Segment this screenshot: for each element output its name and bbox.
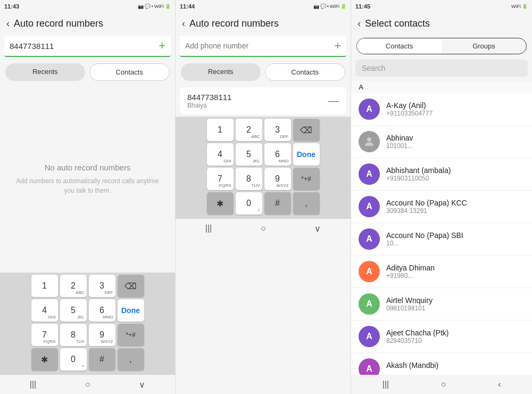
back-button-3[interactable]: ‹ <box>358 18 361 29</box>
key-9[interactable]: 9WXYZ <box>89 324 115 346</box>
key-9-p2[interactable]: 9WXYZ <box>264 168 291 190</box>
key-7[interactable]: 7PQRS <box>31 324 58 346</box>
avatar-6: A <box>359 293 380 315</box>
contact-phone-2: +91903110050 <box>386 175 451 182</box>
nav-back-3[interactable]: ||| <box>383 380 389 389</box>
header-2: ‹ Auto record numbers <box>176 13 351 34</box>
key-row-1-3: 7PQRS 8TUV 9WXYZ *+# <box>1 324 174 346</box>
nav-recent-3[interactable]: ‹ <box>498 380 501 389</box>
status-icons-3: WiFi 🔋 <box>511 4 528 9</box>
nav-recent-1[interactable]: ∨ <box>139 380 145 390</box>
search-bar[interactable]: Search <box>355 60 528 77</box>
key-5-p2[interactable]: 5JKL <box>236 143 262 166</box>
key-8-p2[interactable]: 8TUV <box>236 168 262 190</box>
key-0[interactable]: 0+ <box>60 348 87 371</box>
tab-groups-p3[interactable]: Groups <box>442 38 526 54</box>
svg-point-0 <box>367 137 371 142</box>
panel-2: 11:44 📷 💬 • WiFi 🔋 ‹ Auto record numbers… <box>176 0 351 394</box>
title-2: Auto record numbers <box>189 18 279 29</box>
key-hash[interactable]: # <box>89 348 115 371</box>
phone-input-2[interactable] <box>185 42 334 50</box>
panel-1: 11:43 📷 💬 • WiFi 🔋 ‹ Auto record numbers… <box>0 0 176 394</box>
contact-name-2: Abhishant (ambala) <box>386 166 451 175</box>
contact-info-7: Ajeet Chacha (Ptk) 8284035710 <box>386 329 449 344</box>
contact-row-4[interactable]: A Account No (Papa) SBI 10... <box>351 223 532 256</box>
contact-row-7[interactable]: A Ajeet Chacha (Ptk) 8284035710 <box>351 321 532 353</box>
add-button-1[interactable]: + <box>159 39 165 53</box>
key-1[interactable]: 1 <box>31 275 58 297</box>
key-7-p2[interactable]: 7PQRS <box>207 168 234 190</box>
key-0-p2[interactable]: 0+ <box>236 192 262 215</box>
header-1: ‹ Auto record numbers <box>0 13 175 34</box>
key-4[interactable]: 4GHI <box>31 299 58 322</box>
nav-home-1[interactable]: ○ <box>85 380 90 389</box>
key-row-2-4: ✱ 0+ # , <box>177 192 350 215</box>
time-2: 11:44 <box>180 3 195 10</box>
back-button-1[interactable]: ‹ <box>6 18 10 29</box>
section-a: A <box>351 81 532 93</box>
key-3[interactable]: 3DEF <box>89 275 115 297</box>
key-comma[interactable]: , <box>118 348 144 371</box>
key-3-p2[interactable]: 3DEF <box>264 119 291 141</box>
contact-row-2[interactable]: A Abhishant (ambala) +91903110050 <box>351 158 532 191</box>
key-6[interactable]: 6MNO <box>89 299 115 322</box>
nav-recent-2[interactable]: ∨ <box>314 224 321 234</box>
tab-contacts-1[interactable]: Contacts <box>89 63 170 81</box>
key-backspace[interactable]: ⌫ <box>118 275 144 297</box>
key-2-p2[interactable]: 2ABC <box>236 119 262 141</box>
contact-info-3: Account No (Papa) KCC 309384 13291 <box>386 199 467 215</box>
key-hash-p2[interactable]: # <box>264 192 291 215</box>
add-button-2[interactable]: + <box>334 39 341 53</box>
contact-phone-0: +911033504777 <box>386 110 433 117</box>
avatar-0: A <box>359 98 380 120</box>
contact-row-6[interactable]: A Airtel Wnquiry 09810198101 <box>351 288 532 321</box>
key-4-p2[interactable]: 4GHI <box>207 143 234 166</box>
key-comma-p2[interactable]: , <box>293 192 320 215</box>
nav-home-2[interactable]: ○ <box>261 224 266 233</box>
status-bar-2: 11:44 📷 💬 • WiFi 🔋 <box>176 0 351 13</box>
key-6-p2[interactable]: 6MNO <box>264 143 291 166</box>
contact-row-3[interactable]: A Account No (Papa) KCC 309384 13291 <box>351 191 532 223</box>
contact-entry-info: 8447738111 Bhaiya <box>187 93 231 109</box>
nav-back-1[interactable]: ||| <box>30 380 36 389</box>
key-8[interactable]: 8TUV <box>60 324 87 346</box>
phone-input-1[interactable] <box>10 42 159 51</box>
nav-home-3[interactable]: ○ <box>441 380 446 389</box>
tab-recents-2[interactable]: Recents <box>181 63 261 81</box>
key-star-p2[interactable]: ✱ <box>207 192 234 215</box>
key-5[interactable]: 5JKL <box>60 299 87 322</box>
back-button-2[interactable]: ‹ <box>182 18 185 29</box>
contact-info-2: Abhishant (ambala) +91903110050 <box>386 166 451 182</box>
key-2[interactable]: 2ABC <box>60 275 87 297</box>
tab-recents-1[interactable]: Recents <box>5 63 85 81</box>
status-icons-1: 📷 💬 • WiFi 🔋 <box>138 4 171 9</box>
contact-row-5[interactable]: A Aditya Dhiman +91980... <box>351 256 532 288</box>
contact-name-6: Airtel Wnquiry <box>386 296 433 305</box>
contacts-tabs: Contacts Groups <box>356 38 527 54</box>
contact-name-5: Aditya Dhiman <box>386 264 435 272</box>
remove-button[interactable]: — <box>328 95 339 107</box>
empty-sub-1: Add numbers to automatically record call… <box>11 176 164 195</box>
key-done[interactable]: Done <box>118 299 144 322</box>
avatar-1 <box>359 131 380 152</box>
key-special-p2[interactable]: *+# <box>293 168 320 190</box>
key-done-p2[interactable]: Done <box>293 143 320 166</box>
contact-row-1[interactable]: Abhinav 101001... <box>351 126 532 158</box>
tabs-1: Recents Contacts <box>0 59 175 85</box>
key-backspace-p2[interactable]: ⌫ <box>293 119 320 141</box>
time-3: 11:45 <box>355 3 370 10</box>
tab-contacts-p3[interactable]: Contacts <box>357 38 442 54</box>
avatar-3: A <box>359 196 380 217</box>
nav-back-2[interactable]: ||| <box>205 224 212 233</box>
key-1-p2[interactable]: 1 <box>207 119 234 141</box>
key-star[interactable]: ✱ <box>31 348 58 371</box>
tabs-2: Recents Contacts <box>176 59 351 85</box>
nav-bar-2: ||| ○ ∨ <box>176 219 351 238</box>
contact-row-8[interactable]: A Akash (Mandbi) ... <box>351 353 532 375</box>
key-row-2-2: 4GHI 5JKL 6MNO Done <box>177 143 350 166</box>
contact-info-4: Account No (Papa) SBI 10... <box>386 231 463 247</box>
avatar-5: A <box>359 261 380 282</box>
tab-contacts-2[interactable]: Contacts <box>265 63 346 81</box>
contact-row-0[interactable]: A A-Kay (Anil) +911033504777 <box>351 93 532 126</box>
key-special[interactable]: *+# <box>118 324 144 346</box>
